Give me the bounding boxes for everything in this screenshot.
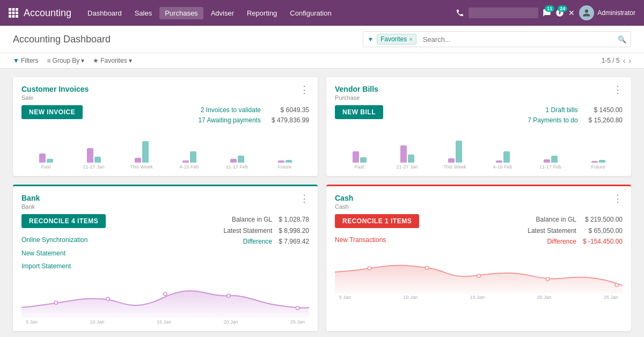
cash-subtitle: Cash [335, 203, 353, 210]
bank-chart-labels: 5 Jan 10 Jan 15 Jan 20 Jan 25 Jan [21, 319, 309, 325]
bank-balance-values: $ 1,028.78 $ 8,998.20 $ 7,969.42 [279, 214, 309, 247]
bar-group: 4-10 Feb [480, 133, 525, 170]
nav-search-input[interactable] [473, 9, 526, 17]
svg-point-16 [477, 274, 480, 277]
user-avatar-menu[interactable]: Administrator [579, 5, 635, 20]
tag-close-icon[interactable]: × [409, 36, 412, 42]
draft-bills-label[interactable]: 1 Draft bills [528, 105, 577, 115]
nav-link-sales[interactable]: Sales [129, 7, 158, 19]
bar-group: 21-27 Jan [385, 133, 429, 170]
cash-stats-row: RECONCILE 1 ITEMS New Transactions Balan… [335, 214, 623, 247]
awaiting-payments-value: $ 479,836.99 [272, 115, 309, 126]
filter-funnel-icon: ▼ [368, 36, 374, 42]
top-navigation: Accounting Dashboard Sales Purchases Adv… [0, 0, 644, 26]
next-page-button[interactable]: › [628, 56, 631, 65]
bar-group: This Week [119, 133, 164, 170]
vendor-bills-header: Vendor Bills Purchase ⋮ [326, 77, 631, 105]
search-icon[interactable]: 🔍 [618, 35, 626, 43]
cash-title: Cash [335, 194, 353, 202]
bar-teal [551, 156, 558, 163]
bank-title-block: Bank Bank [21, 194, 40, 210]
new-invoice-button[interactable]: NEW INVOICE [21, 105, 83, 119]
cash-left: RECONCILE 1 ITEMS New Transactions [335, 214, 419, 245]
cash-menu-icon[interactable]: ⋮ [613, 194, 623, 203]
bank-label-3: 15 Jan [157, 319, 171, 325]
svg-rect-0 [9, 8, 11, 11]
activities-icon[interactable]: 24 [555, 9, 564, 17]
nav-link-configuration[interactable]: Configuration [284, 7, 336, 19]
phone-icon[interactable] [456, 9, 464, 17]
messages-badge: 11 [545, 5, 554, 12]
online-sync-link[interactable]: Online Synchronization [21, 235, 106, 245]
vendor-bills-stat-values: $ 1450.00 $ 15,260.80 [589, 105, 623, 126]
cash-title-block: Cash Cash [335, 194, 353, 210]
nav-link-dashboard[interactable]: Dashboard [82, 7, 127, 19]
bar-purple [182, 160, 189, 163]
svg-point-9 [54, 301, 57, 304]
bank-label-2: 10 Jan [90, 319, 104, 325]
search-input[interactable] [420, 34, 614, 45]
prev-page-button[interactable]: ‹ [623, 56, 626, 65]
awaiting-payments-label[interactable]: 17 Awaiting payments [198, 115, 261, 126]
bank-menu-icon[interactable]: ⋮ [299, 194, 309, 203]
bank-label-1: 5 Jan [26, 319, 38, 325]
payments-to-do-label[interactable]: 7 Payments to do [528, 115, 577, 126]
svg-point-14 [368, 267, 371, 270]
bank-subtitle: Bank [21, 203, 40, 210]
reconcile-1-items-button[interactable]: RECONCILE 1 ITEMS [335, 214, 419, 228]
vendor-bills-card: Vendor Bills Purchase ⋮ NEW BILL 1 Draft… [326, 77, 631, 176]
svg-rect-1 [12, 8, 15, 11]
customer-invoices-title-block: Customer Invoices Sale [21, 85, 89, 101]
bar-label: Future [277, 164, 291, 170]
bar-teal [142, 141, 149, 163]
bank-header: Bank Bank ⋮ [13, 186, 318, 214]
filters-button[interactable]: ▼ Filters [13, 57, 39, 64]
reconcile-4-items-button[interactable]: RECONCILE 4 ITEMS [21, 214, 106, 228]
difference-label: Difference [224, 236, 273, 247]
new-transactions-link[interactable]: New Transactions [335, 235, 419, 245]
vendor-bills-menu-icon[interactable]: ⋮ [613, 85, 623, 94]
bar-teal [190, 151, 196, 163]
customer-invoices-stat-values: $ 6049.35 $ 479,836.99 [272, 105, 309, 126]
close-icon[interactable]: ✕ [568, 9, 575, 17]
svg-point-12 [227, 294, 230, 297]
import-statement-link[interactable]: Import Statement [21, 261, 106, 272]
messages-icon[interactable]: 11 [543, 9, 551, 17]
page-header: Accounting Dashboard ▼ Favorites × 🔍 [0, 26, 644, 53]
bar-purple [135, 158, 141, 163]
balance-gl-label: Balance in GL [224, 214, 273, 225]
latest-stmt-value: $ 8,998.20 [279, 225, 309, 236]
bar-label: 21-27 Jan [396, 164, 418, 170]
invoices-validate-label[interactable]: 2 Invoices to validate [198, 105, 261, 115]
svg-point-17 [546, 277, 549, 281]
nav-link-reporting[interactable]: Reporting [241, 7, 282, 19]
bar-purple [278, 160, 284, 163]
bar-label: Future [591, 164, 605, 170]
bar-purple [353, 151, 359, 163]
group-by-button[interactable]: ≡ Group By ▾ [47, 57, 85, 64]
vendor-bills-title: Vendor Bills [335, 85, 378, 93]
customer-invoices-header: Customer Invoices Sale ⋮ [13, 77, 318, 105]
invoices-validate-value: $ 6049.35 [272, 105, 309, 115]
nav-link-purchases[interactable]: Purchases [159, 7, 203, 19]
cash-label-1: 5 Jan [339, 295, 351, 300]
favorites-button[interactable]: ★ Favorites ▾ [93, 57, 131, 64]
new-statement-link[interactable]: New Statement [21, 248, 106, 259]
vendor-bills-stats: 1 Draft bills 7 Payments to do $ 1450.00… [528, 105, 623, 126]
bar-purple [591, 161, 598, 163]
bank-body: RECONCILE 4 ITEMS Online Synchronization… [13, 214, 318, 331]
bar-group: 11-17 Feb [215, 133, 259, 170]
nav-search-bar[interactable] [469, 8, 538, 18]
nav-right-controls: 11 24 ✕ Administrator [456, 5, 635, 20]
nav-link-adviser[interactable]: Adviser [206, 7, 239, 19]
cash-header: Cash Cash ⋮ [326, 186, 631, 214]
new-bill-button[interactable]: NEW BILL [335, 105, 383, 119]
favorites-filter-tag[interactable]: Favorites × [377, 34, 416, 45]
bank-title: Bank [21, 194, 40, 202]
svg-rect-8 [16, 15, 18, 18]
nav-brand: Accounting [24, 8, 71, 19]
cash-label-2: 10 Jan [403, 295, 418, 300]
apps-grid-icon[interactable]: Accounting [9, 8, 71, 19]
customer-invoices-menu-icon[interactable]: ⋮ [299, 85, 309, 94]
bar-label: Past [354, 164, 364, 170]
